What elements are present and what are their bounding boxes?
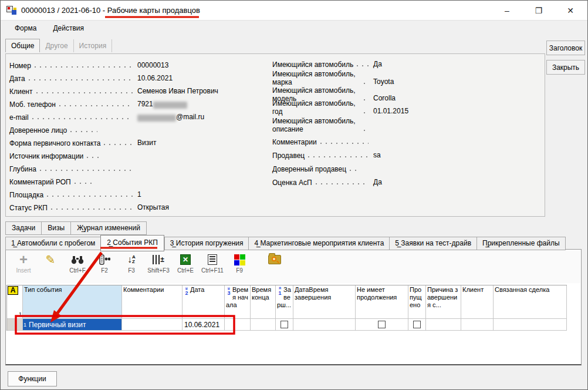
completed-checkbox[interactable] — [281, 321, 288, 328]
sort-arrow-glyph: ↓ — [127, 254, 132, 265]
field-value[interactable]: sa — [373, 151, 381, 160]
time-start-cell[interactable] — [225, 319, 251, 331]
field-row-forma-kontakta: Форма первичного контакта Визит — [9, 135, 262, 147]
field-value[interactable]: @mail.ru — [176, 113, 204, 122]
toolbar-shortcut-label: Shift+F3 — [147, 267, 170, 274]
field-value[interactable]: Семенов Иван Петрович — [137, 87, 218, 96]
comments-cell[interactable] — [122, 319, 183, 331]
field-value[interactable]: Визит — [137, 139, 156, 147]
tab-avtomobili-s-probegom[interactable]: 1̲ Автомобили с пробегом — [5, 237, 100, 250]
field-label: Доверенный продавец — [272, 165, 346, 173]
column-header-vremya-nachala[interactable]: »3 Время начала — [225, 285, 251, 319]
no-continuation-cell[interactable] — [356, 319, 408, 331]
field-value[interactable]: Да — [373, 178, 382, 187]
dotted-leader — [364, 83, 369, 84]
tab-zhurnal-izmeneniy[interactable]: Ж̲урнал изменений — [70, 221, 147, 235]
column-header-klient[interactable]: Клиент — [461, 285, 494, 319]
field-row-doverennoe-lico: Доверенное лицо — [9, 122, 262, 135]
funkcii-button[interactable]: Функции — [8, 371, 57, 386]
completed-cell[interactable] — [276, 319, 293, 331]
list-output-icon — [208, 254, 217, 265]
dotted-leader — [75, 183, 96, 184]
tab-vizy[interactable]: Визы — [41, 221, 70, 235]
skipped-checkbox[interactable] — [413, 321, 421, 328]
column-header-vremya-konca[interactable]: Время конца — [251, 285, 276, 319]
list-output-button[interactable]: Ctrl+F11 — [199, 253, 226, 274]
skipped-cell[interactable] — [408, 319, 426, 331]
menu-deystviya[interactable]: Действия — [45, 22, 92, 34]
field-value[interactable]: Corolla — [373, 94, 396, 103]
completion-datetime-cell[interactable] — [293, 319, 356, 331]
field-value[interactable]: 10.06.2021 — [137, 74, 173, 83]
zagolovok-button[interactable]: Заголовок — [546, 41, 585, 55]
tab-istoriya-pogruzheniya[interactable]: 3̲ История погружения — [164, 237, 249, 250]
plus-minus-glyph: ± — [160, 255, 164, 264]
minimize-icon[interactable]: – — [498, 6, 516, 15]
form-tabs: Общие Другое История — [5, 39, 112, 52]
zakryt-button[interactable]: Закрыть — [546, 60, 585, 75]
find-in-list-button[interactable]: F2 — [91, 253, 118, 274]
field-value[interactable]: 1 — [137, 190, 141, 199]
field-value[interactable]: Открытая — [137, 203, 169, 212]
menu-forma[interactable]: Форма — [6, 22, 45, 34]
field-row-status-rkp: Статус РКП Открытая — [9, 199, 262, 212]
sort-desc-badge: »3 — [226, 286, 232, 295]
field-value[interactable]: 01.01.2015 — [373, 107, 408, 116]
detail-tabs: 1̲ Автомобили с пробегом 2̲ События РКП … — [5, 235, 566, 250]
toolbar-shortcut-label: Insert — [16, 267, 31, 274]
field-row-kommentarii: Комментарии — [272, 133, 536, 146]
tab-obschie[interactable]: Общие — [5, 39, 40, 52]
column-header-propuscheno[interactable]: Пропущено — [408, 285, 426, 319]
column-header-zaversheno[interactable]: »1 Заверш... — [276, 285, 293, 319]
color-settings-button[interactable]: F9 — [226, 253, 253, 274]
field-row-avto-god: Имеющийся автомобиль, год 01.01.2015 — [272, 103, 536, 116]
sort-az-button[interactable]: ↓ AZ F3 — [118, 253, 145, 274]
close-icon[interactable]: ✕ — [562, 6, 579, 15]
table-corner-cell[interactable]: A 1 — [7, 285, 23, 319]
menu-bar: Форма Действия — [1, 21, 588, 36]
column-header-datavremya-zaversheniya[interactable]: ДатаВремя завершения — [293, 285, 356, 319]
folder-search-button[interactable] — [261, 253, 288, 267]
field-label: Доверенное лицо — [9, 126, 67, 135]
sort-settings-button[interactable]: ± Shift+F3 — [145, 253, 172, 274]
column-header-prichina-zaversheniya[interactable]: Причина завершения с... — [426, 285, 461, 319]
tab-marketingovye-meropriyatiya[interactable]: 4̲ Маркетинговые мероприятия клиента — [248, 237, 389, 250]
column-header-kommentarii[interactable]: Комментарии — [122, 285, 183, 319]
app-icon-red-dot — [8, 7, 10, 9]
column-header-ne-imeet-prodolzheniya[interactable]: Не имеет продолжения — [356, 285, 408, 319]
column-header-tip-sobytiya[interactable]: Тип события — [23, 285, 122, 319]
field-value[interactable]: 7921 — [137, 100, 153, 109]
tab-zayavki-na-test-drayv[interactable]: 5̲ Заявки на тест-драйв — [389, 237, 477, 250]
column-header-data[interactable]: »2 Дата — [183, 285, 225, 319]
event-type-cell[interactable]: 1 Первичный визит — [23, 319, 122, 331]
row-number: 1 — [23, 322, 26, 328]
app-window: 00000013 / 2021-06-10 - Рабочие карты пр… — [0, 0, 588, 390]
row-header-cell[interactable] — [7, 319, 23, 331]
no-continuation-checkbox[interactable] — [378, 321, 386, 328]
excel-export-button[interactable]: ✕ Ctrl+E — [172, 253, 199, 274]
select-all-a-icon[interactable]: A — [8, 286, 18, 295]
date-cell[interactable]: 10.06.2021 — [183, 319, 225, 331]
tab-drugoe[interactable]: Другое — [40, 39, 73, 52]
tab-zadachi[interactable]: Задачи — [5, 221, 41, 235]
column-header-svyazannaya-sdelka[interactable]: Связанная сделка — [494, 285, 567, 319]
tab-istoriya[interactable]: История — [74, 39, 113, 52]
field-value[interactable]: 00000013 — [137, 61, 168, 70]
search-button[interactable]: Ctrl+F — [64, 253, 91, 274]
client-cell[interactable] — [461, 319, 494, 331]
window-title: 00000013 / 2021-06-10 - Рабочие карты пр… — [21, 6, 200, 15]
tab-sobytiya-rkp[interactable]: 2̲ События РКП — [100, 235, 164, 251]
insert-row-button[interactable]: + Insert — [10, 253, 37, 274]
field-value[interactable]: Да — [373, 60, 382, 69]
tab-prikreplennye-fayly[interactable]: П̲рикрепленные файлы — [477, 237, 566, 250]
related-deal-cell[interactable] — [494, 319, 567, 331]
field-value[interactable]: Toyota — [373, 78, 394, 86]
edit-row-button[interactable]: ✎ — [37, 253, 64, 267]
sort-order-number: 3 — [227, 290, 230, 296]
window-controls: – ❐ ✕ — [498, 6, 588, 15]
field-row-ocenka-asp: Оценка АсП Да — [272, 173, 536, 187]
completion-reason-cell[interactable] — [426, 319, 461, 331]
maximize-icon[interactable]: ❐ — [530, 6, 548, 15]
time-end-cell[interactable] — [251, 319, 276, 331]
dotted-leader — [87, 157, 99, 158]
